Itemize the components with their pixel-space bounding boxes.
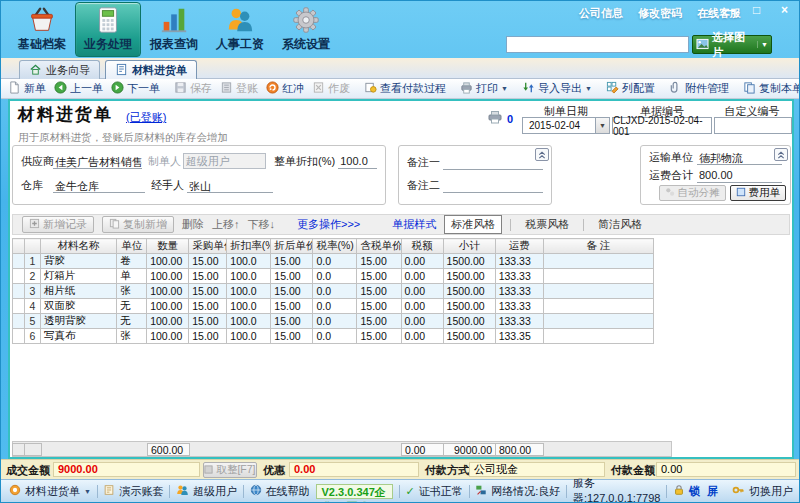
doc-style-link[interactable]: 单据样式 <box>392 217 436 232</box>
nav-item-base-files[interactable]: 基础档案 <box>9 2 75 57</box>
save-button[interactable]: 保存 <box>171 80 215 97</box>
column-header[interactable]: 材料名称 <box>41 239 117 254</box>
maximize-button[interactable]: □ <box>749 3 764 17</box>
column-header[interactable] <box>13 239 25 254</box>
nav-label: 系统设置 <box>282 36 330 53</box>
column-header[interactable]: 折扣率(%) <box>227 239 271 254</box>
column-header[interactable]: 小计 <box>443 239 495 254</box>
date-picker[interactable]: 2015-02-04 ▼ <box>522 117 610 134</box>
supplier-box: 供应商 佳美广告材料销售店 制单人 超级用户 整单折扣(%) 100.0 仓库 … <box>12 145 386 205</box>
column-config-button[interactable]: 列配置 <box>603 80 658 97</box>
nav-item-business[interactable]: 业务处理 <box>75 2 141 57</box>
switch-user-button[interactable]: 切换用户 <box>732 484 793 499</box>
table-row[interactable]: 5透明背胶无100.0015.00100.015.000.015.000.001… <box>13 314 654 329</box>
auto-split-button[interactable]: 自动分摊 <box>659 185 726 201</box>
more-actions-link[interactable]: 更多操作>>> <box>297 217 360 232</box>
table-row[interactable]: 3相片纸张100.0015.00100.015.000.015.000.0015… <box>13 284 654 299</box>
nav-item-hr-payroll[interactable]: 人事工资 <box>207 2 273 57</box>
post-button[interactable]: 登账 <box>217 80 261 97</box>
discount-field[interactable]: 100.0 <box>338 155 377 169</box>
company-info-link[interactable]: 公司信息 <box>579 6 623 21</box>
move-down-button[interactable]: 下移↓ <box>248 217 276 232</box>
attachments-button[interactable]: 附件管理 <box>666 80 732 97</box>
move-up-button[interactable]: 上移↑ <box>212 217 240 232</box>
view-payment-button[interactable]: 查看付款过程 <box>361 80 449 97</box>
warehouse-field[interactable]: 金牛仓库 <box>53 179 145 193</box>
choose-image-label: 选择图片 <box>712 30 754 60</box>
column-header[interactable]: 折后单价 <box>271 239 313 254</box>
red-flush-button[interactable]: 红冲 <box>263 80 307 97</box>
date-value: 2015-02-04 <box>529 120 580 131</box>
import-export-icon <box>522 81 535 96</box>
import-export-button[interactable]: 导入导出▼ <box>519 80 595 97</box>
print-button[interactable]: 打印▼ <box>457 80 511 97</box>
style-tab-tax[interactable]: 税票风格 <box>519 216 575 233</box>
prev-doc-button[interactable]: 上一单 <box>51 80 106 97</box>
printer-icon[interactable] <box>487 110 503 128</box>
add-icon <box>29 218 40 231</box>
new-doc-button[interactable]: 新单 <box>5 80 49 97</box>
table-row[interactable]: 1背胶卷100.0015.00100.015.000.015.000.00150… <box>13 254 654 269</box>
table-row[interactable]: 6写真布张100.0015.00100.015.000.015.000.0015… <box>13 329 654 344</box>
check-icon: ✓ <box>406 485 415 498</box>
chevron-down-icon[interactable]: ▼ <box>757 41 768 48</box>
table-row[interactable]: 2灯箱片单100.0015.00100.015.000.015.000.0015… <box>13 269 654 284</box>
pay-amount-field[interactable]: 0.00 <box>656 462 796 477</box>
current-user-item[interactable]: 超级用户 <box>176 484 237 499</box>
copy-doc-button[interactable]: 复制本单 <box>740 80 800 97</box>
minimize-button[interactable]: — <box>721 3 736 17</box>
column-header[interactable]: 采购单价 <box>189 239 227 254</box>
column-header[interactable]: 税额 <box>401 239 443 254</box>
lock-icon <box>673 484 685 498</box>
remark2-field[interactable] <box>443 179 543 193</box>
tab-business-wizard[interactable]: 业务向导 <box>19 60 100 79</box>
printer-icon <box>460 81 473 96</box>
change-password-link[interactable]: 修改密码 <box>638 6 682 21</box>
style-tab-standard[interactable]: 标准风格 <box>444 215 502 234</box>
delete-row-button[interactable]: 删除 <box>182 217 204 232</box>
image-path-input[interactable] <box>506 36 689 53</box>
status-bar: 材料进货单 ▼ 演示账套 超级用户 在线帮助 V2.3.0.347企业版 正式版… <box>1 479 800 503</box>
remark1-field[interactable] <box>443 156 543 170</box>
column-header[interactable]: 含税单价 <box>357 239 401 254</box>
column-header[interactable] <box>25 239 41 254</box>
column-header[interactable]: 税率(%) <box>313 239 357 254</box>
close-button[interactable]: × <box>777 3 792 17</box>
handler-field[interactable]: 张山 <box>187 179 273 193</box>
table-row[interactable]: 4双面胶无100.0015.00100.015.000.015.000.0015… <box>13 299 654 314</box>
copy-add-button[interactable]: 复制新增 <box>102 216 174 233</box>
account-set-item[interactable]: 演示账套 <box>103 484 163 499</box>
choose-image-button[interactable]: 选择图片 ▼ <box>692 35 772 54</box>
column-header[interactable]: 数量 <box>147 239 189 254</box>
add-record-button[interactable]: 新增记录 <box>22 216 94 233</box>
tab-material-purchase[interactable]: 材料进货单 <box>105 60 197 79</box>
lock-screen-button[interactable]: 锁 屏 <box>673 484 720 499</box>
chevron-down-icon[interactable]: ▼ <box>595 118 609 133</box>
void-button[interactable]: 作废 <box>309 80 353 97</box>
online-help-item[interactable]: 在线帮助 <box>250 484 310 499</box>
posted-status-link[interactable]: (已登账) <box>126 110 166 125</box>
column-header[interactable]: 单位 <box>117 239 147 254</box>
column-header[interactable]: 备 注 <box>543 239 653 254</box>
supplier-field[interactable]: 佳美广告材料销售店 <box>53 155 142 169</box>
next-doc-button[interactable]: 下一单 <box>108 80 163 97</box>
pay-method-field[interactable]: 公司现金 <box>469 462 605 477</box>
nav-item-settings[interactable]: 系统设置 <box>273 2 339 57</box>
nav-label: 基础档案 <box>18 36 66 53</box>
round-button[interactable]: 取整[F7] <box>203 462 257 478</box>
doc-type-icon <box>9 484 21 498</box>
style-tab-simple[interactable]: 简洁风格 <box>592 216 648 233</box>
separator <box>169 485 170 498</box>
doc-type-menu[interactable]: 材料进货单 ▼ <box>9 484 91 499</box>
transport-field[interactable]: 德邦物流 <box>697 151 782 165</box>
discount-amount-label: 优惠 <box>263 463 285 478</box>
doc-number-field[interactable]: CLJXD-2015-02-04-001 <box>612 117 712 134</box>
split-icon <box>665 187 675 199</box>
prev-arrow-icon <box>54 81 67 96</box>
custom-number-field[interactable] <box>714 117 792 134</box>
column-header[interactable]: 运费 <box>495 239 543 254</box>
copy-add-icon <box>109 218 120 231</box>
freight-total-field[interactable]: 800.00 <box>697 169 782 183</box>
nav-item-reports[interactable]: 报表查询 <box>141 2 207 57</box>
expense-doc-button[interactable]: 费用单 <box>730 185 787 201</box>
